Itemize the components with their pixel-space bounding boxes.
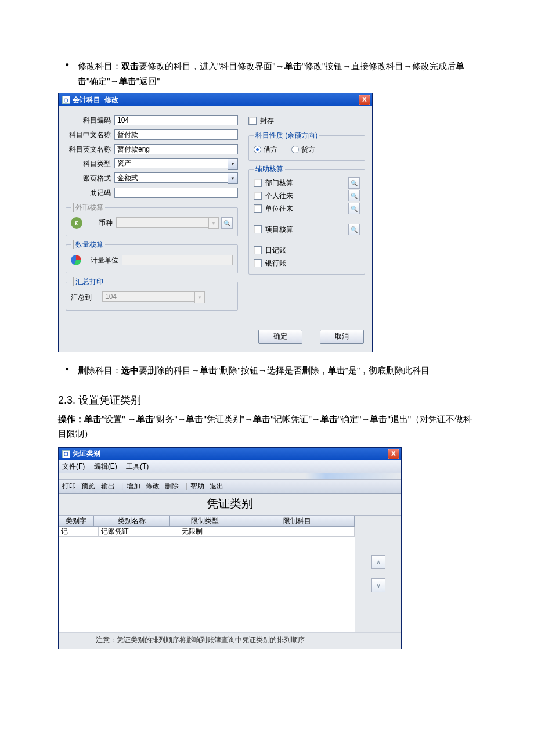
ok-button[interactable]: 确定 bbox=[258, 330, 302, 344]
ledger-value[interactable] bbox=[114, 172, 228, 183]
fx-checkbox[interactable] bbox=[73, 203, 74, 212]
qty-checkbox[interactable] bbox=[73, 240, 74, 249]
chevron-down-icon[interactable]: ▼ bbox=[228, 172, 238, 184]
window-icon: ▢ bbox=[62, 96, 70, 104]
close-button[interactable]: X bbox=[388, 449, 399, 459]
separator: | bbox=[121, 482, 123, 490]
search-icon[interactable]: 🔍 bbox=[348, 190, 360, 201]
titlebar[interactable]: ▢ 凭证类别 X bbox=[59, 448, 401, 460]
voucher-type-dialog: ▢ 凭证类别 X 文件(F) 编辑(E) 工具(T) 打印 预览 输出 | 增加… bbox=[58, 447, 402, 649]
edit-subject-dialog: ▢ 会计科目_修改 X 科目编码 科目中文名称 科目英文名称 bbox=[58, 93, 373, 352]
toolbar: 打印 预览 输出 | 增加 修改 删除 | 帮助 退出 bbox=[59, 480, 401, 494]
page-top-rule bbox=[58, 35, 476, 35]
cell bbox=[254, 527, 355, 537]
type-value[interactable] bbox=[114, 158, 228, 168]
mnemo-input[interactable] bbox=[114, 188, 238, 198]
label-journal: 日记账 bbox=[265, 246, 286, 255]
credit-radio[interactable] bbox=[291, 146, 299, 153]
chevron-down-icon: ▼ bbox=[208, 217, 219, 229]
pie-icon bbox=[71, 255, 81, 265]
menubar: 文件(F) 编辑(E) 工具(T) bbox=[59, 460, 401, 473]
search-icon[interactable]: 🔍 bbox=[348, 224, 360, 235]
label-type: 科目类型 bbox=[66, 159, 114, 169]
t: 选中 bbox=[121, 365, 139, 375]
t: 单击 bbox=[186, 414, 203, 424]
t: "修改"按钮→直接修改科目→修改完成后 bbox=[302, 61, 456, 71]
close-button[interactable]: X bbox=[359, 95, 370, 105]
t: 单击 bbox=[136, 414, 154, 424]
sum-combo: ▼ bbox=[102, 291, 205, 303]
col-header: 限制科目 bbox=[240, 516, 355, 527]
label-dept: 部门核算 bbox=[265, 178, 345, 188]
fx-group: 外币核算 £ 币种 ▼ 🔍 bbox=[66, 203, 238, 236]
project-checkbox[interactable] bbox=[254, 225, 262, 233]
label-en-name: 科目英文名称 bbox=[66, 145, 114, 154]
search-icon[interactable]: 🔍 bbox=[348, 203, 360, 214]
tb-print[interactable]: 打印 bbox=[62, 482, 76, 490]
t: 单击 bbox=[200, 365, 217, 375]
label-seal: 封存 bbox=[260, 116, 274, 126]
fx-legend: 外币核算 bbox=[75, 203, 103, 211]
bullet-list: 修改科目：双击要修改的科目，进入"科目修改界面"→单击"修改"按钮→直接修改科目… bbox=[58, 59, 476, 88]
cn-name-input[interactable] bbox=[114, 129, 238, 140]
code-input[interactable] bbox=[114, 115, 238, 125]
grid-empty-area bbox=[59, 537, 355, 632]
toolbar-decoration bbox=[59, 473, 401, 480]
search-icon[interactable]: 🔍 bbox=[221, 217, 233, 229]
label-credit: 贷方 bbox=[301, 145, 315, 154]
bank-checkbox[interactable] bbox=[254, 259, 262, 267]
label-sum-to: 汇总到 bbox=[71, 293, 102, 303]
unit-input bbox=[122, 255, 233, 265]
operation-text: 操作：单击"设置" →单击"财务"→单击"凭证类别"→单击"记帐凭证"→单击"确… bbox=[58, 412, 476, 441]
bullet-list-2: 删除科目：选中要删除的科目→单击"删除"按钮→选择是否删除，单击"是"，彻底删除… bbox=[58, 363, 476, 378]
en-name-input[interactable] bbox=[114, 144, 238, 154]
titlebar[interactable]: ▢ 会计科目_修改 X bbox=[59, 93, 372, 106]
label-debit: 借方 bbox=[264, 145, 277, 154]
dept-checkbox[interactable] bbox=[254, 179, 262, 187]
chevron-down-icon[interactable]: ▼ bbox=[228, 158, 238, 170]
menu-tool[interactable]: 工具(T) bbox=[126, 462, 149, 470]
debit-radio[interactable] bbox=[254, 146, 261, 153]
tb-export[interactable]: 输出 bbox=[101, 482, 115, 490]
ledger-combo[interactable]: ▼ bbox=[114, 172, 238, 184]
bullet-modify: 修改科目：双击要修改的科目，进入"科目修改界面"→单击"修改"按钮→直接修改科目… bbox=[58, 59, 476, 88]
t: 单击 bbox=[370, 414, 387, 424]
search-icon[interactable]: 🔍 bbox=[348, 177, 360, 189]
personal-checkbox[interactable] bbox=[254, 192, 262, 200]
voucher-grid: 类别字 类别名称 限制类型 限制科目 记 记账凭证 无限制 bbox=[59, 516, 355, 632]
sum-checkbox[interactable] bbox=[73, 277, 74, 286]
t: 修改科目： bbox=[78, 61, 121, 71]
cell: 记账凭证 bbox=[99, 527, 179, 537]
t: 单击 bbox=[253, 414, 270, 424]
menu-edit[interactable]: 编辑(E) bbox=[94, 462, 117, 470]
label-personal: 个人往来 bbox=[265, 191, 345, 201]
window-title: 会计科目_修改 bbox=[73, 95, 359, 105]
aux-legend: 辅助核算 bbox=[254, 164, 285, 174]
seal-checkbox[interactable] bbox=[248, 117, 257, 125]
move-up-button[interactable]: ∧ bbox=[371, 555, 385, 569]
sum-value bbox=[102, 291, 194, 302]
menu-file[interactable]: 文件(F) bbox=[62, 462, 85, 470]
table-row[interactable]: 记 记账凭证 无限制 bbox=[59, 527, 355, 537]
move-down-button[interactable]: ∨ bbox=[371, 578, 385, 592]
col-header: 类别字 bbox=[59, 516, 94, 527]
qty-legend: 数量核算 bbox=[75, 240, 103, 249]
tb-exit[interactable]: 退出 bbox=[210, 482, 223, 490]
t: 单击 bbox=[328, 365, 345, 375]
tb-delete[interactable]: 删除 bbox=[165, 482, 179, 490]
cancel-button[interactable]: 取消 bbox=[320, 330, 364, 344]
tb-modify[interactable]: 修改 bbox=[146, 482, 160, 490]
label-ledger-fmt: 账页格式 bbox=[66, 174, 114, 183]
t: 要修改的科目，进入"科目修改界面"→ bbox=[139, 61, 284, 71]
sum-group: 汇总打印 汇总到 ▼ bbox=[66, 277, 238, 311]
type-combo[interactable]: ▼ bbox=[114, 158, 238, 170]
tb-help[interactable]: 帮助 bbox=[190, 482, 204, 490]
label-company: 单位往来 bbox=[265, 204, 345, 214]
label-bank: 银行账 bbox=[265, 258, 286, 268]
col-header: 类别名称 bbox=[94, 516, 170, 527]
journal-checkbox[interactable] bbox=[254, 246, 262, 254]
t: "凭证类别"→ bbox=[203, 414, 253, 424]
company-checkbox[interactable] bbox=[254, 204, 262, 213]
tb-add[interactable]: 增加 bbox=[127, 482, 140, 490]
tb-preview[interactable]: 预览 bbox=[81, 482, 95, 490]
